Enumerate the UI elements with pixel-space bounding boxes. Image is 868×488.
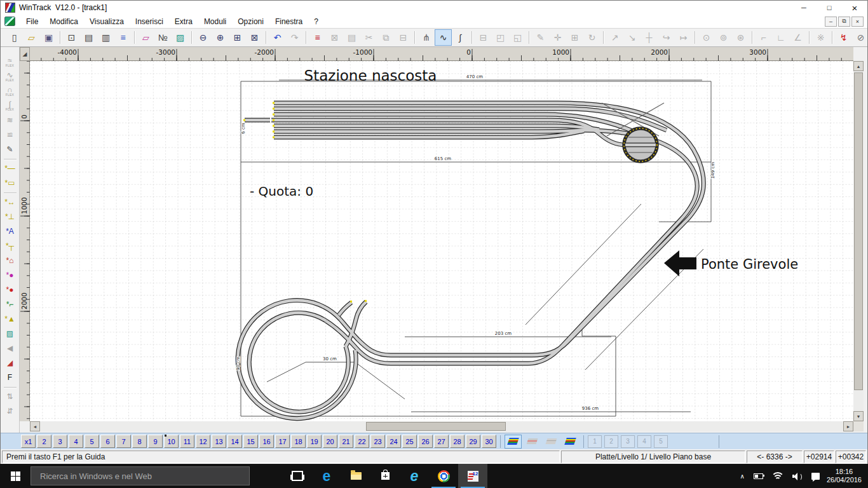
turntable[interactable] [624,128,657,161]
task-view-button[interactable] [283,464,312,488]
sheet-tab-23[interactable]: 23 [370,435,385,448]
mdi-restore-button[interactable]: ⧉ [838,17,850,27]
wifi-icon[interactable] [772,472,783,480]
menu-item-finestra[interactable]: Finestra [269,16,308,27]
insert-figure-icon[interactable]: *● [2,268,18,283]
print-pages-icon[interactable]: ▥ [97,29,114,46]
numbering-icon[interactable]: № [154,29,172,46]
menu-item-opzioni[interactable]: Opzioni [232,16,269,27]
electric-icon[interactable]: ↯ [835,29,852,46]
sheet-tab-17[interactable]: 17 [275,435,290,448]
print-preview-icon[interactable]: ⊡ [63,29,80,46]
minimize-button[interactable]: ─ [791,1,817,15]
sheet-tab-16[interactable]: 16 [259,435,274,448]
sheet-tab-14[interactable]: 14 [227,435,242,448]
open-file-icon[interactable]: ▱ [23,29,40,46]
taskbar-wintrack[interactable]: 12 [458,464,487,488]
sheet-tab-28[interactable]: 28 [450,435,465,448]
curved-track-icon[interactable]: ∿ [435,29,452,46]
taskbar-search-box[interactable]: Ricerca in Windows e nel Web [31,466,250,485]
taskbar-clock[interactable]: 18:16 26/04/2016 [827,468,862,484]
menu-item-modifica[interactable]: Modifica [44,16,84,27]
vertical-scrollbar[interactable]: ▲ ▼ [853,61,864,421]
mdi-close-button[interactable]: × [851,17,864,27]
sheet-tab-x1[interactable]: x1 [21,435,36,448]
sheet-tab-18[interactable]: 18 [291,435,306,448]
sheet-tab-3[interactable]: 3 [53,435,67,448]
flex-track-icon[interactable]: ∫ [452,29,469,46]
sheet-tab-19[interactable]: 19 [307,435,322,448]
zoom-out-icon[interactable]: ⊖ [194,29,212,46]
menu-item-moduli[interactable]: Moduli [198,16,232,27]
horizontal-scroll-thumb[interactable] [366,422,506,431]
vertical-scroll-thumb[interactable] [854,72,863,390]
maximize-button[interactable]: □ [817,1,842,15]
insert-area-icon[interactable]: *▭ [2,176,18,191]
sheet-tab-21[interactable]: 21 [339,435,353,448]
draw-tool-icon[interactable]: ✎ [2,142,18,157]
start-button[interactable] [0,464,31,488]
sheet-tab-4[interactable]: 4 [69,435,83,448]
sheet-tab-10[interactable]: 10 [164,435,179,448]
track-list-icon[interactable]: ≡ [309,29,326,46]
menu-item-extra[interactable]: Extra [169,16,198,27]
insert-height-icon[interactable]: *┬ [2,239,18,254]
sheet-tab-20[interactable]: 20 [323,435,337,448]
battery-icon[interactable] [754,473,763,479]
sheet-tab-11[interactable]: 11 [180,435,194,448]
menu-item-help[interactable]: ? [308,16,324,27]
sheet-tab-29[interactable]: 29 [466,435,480,448]
scroll-left-button[interactable]: ◄ [30,421,40,431]
sheet-tab-30[interactable]: 30 [482,435,496,448]
print-icon[interactable]: ▤ [80,29,97,46]
wintrack-app-icon[interactable] [5,3,15,13]
sheet-tab-25[interactable]: 25 [402,435,417,448]
layers-help-icon[interactable]: ? [562,435,579,449]
insert-image-icon[interactable]: ▨ [2,327,18,341]
insert-signal-icon[interactable]: *● [2,283,18,297]
scroll-down-button[interactable]: ▼ [853,411,864,421]
undo-icon[interactable]: ↶ [269,29,286,46]
sheet-tab-8[interactable]: 8 [132,435,147,448]
insert-route-icon[interactable]: *⌐ [2,297,18,312]
bridge-icon[interactable]: ◢ [2,356,18,370]
layers-visible-icon[interactable] [505,435,522,449]
insert-width-icon[interactable]: *↔ [2,195,18,210]
scroll-up-button[interactable]: ▲ [853,61,864,71]
insert-terrain-icon[interactable]: *▲ [2,312,18,327]
save-file-icon[interactable]: ▣ [40,29,57,46]
close-button[interactable]: × [842,1,867,15]
menu-item-inserisci[interactable]: Inserisci [130,16,169,27]
import-icon[interactable]: ▱ [137,29,154,46]
sheet-tab-5[interactable]: 5 [85,435,99,448]
sheet-tab-2[interactable]: 2 [37,435,51,448]
action-center-icon[interactable] [811,473,820,480]
taskbar-edge[interactable]: e [312,464,341,488]
sheet-tab-13[interactable]: 13 [212,435,226,448]
zoom-fit-icon[interactable]: ⊠ [246,29,263,46]
insert-level-icon[interactable]: *⊥ [2,210,18,224]
sheet-tab-12[interactable]: 12 [196,435,210,448]
sheet-tab-27[interactable]: 27 [434,435,449,448]
sheet-tab-22[interactable]: 22 [355,435,369,448]
background-image-icon[interactable]: ▨ [172,29,189,46]
ruler-corner-button[interactable]: ◢ [20,47,30,61]
zoom-in-icon[interactable]: ⊕ [212,29,229,46]
track-plan-canvas[interactable]: Stazione nascosta - Quota: 0 Ponte Girev… [30,61,853,421]
menu-item-visualizza[interactable]: Visualizza [84,16,130,27]
new-file-icon[interactable]: ▯ [6,29,23,46]
sheet-tab-15[interactable]: 15 [243,435,258,448]
tray-chevron-icon[interactable]: ∧ [740,473,745,480]
taskbar-chrome[interactable] [429,464,458,488]
sheet-tab-24[interactable]: 24 [386,435,401,448]
catenary-icon[interactable]: ⊘ [852,29,868,46]
sheet-tab-9[interactable]: 9 [148,435,163,448]
insert-dimension-icon[interactable]: *— [2,161,18,176]
switch-track-icon[interactable]: ⋔ [417,29,435,46]
horizontal-scrollbar[interactable]: ◄ ► [30,421,853,431]
sheet-tab-6[interactable]: 6 [100,435,115,448]
menu-item-file[interactable]: File [20,16,44,27]
document-icon[interactable] [4,17,15,26]
profile-icon[interactable]: F [2,370,18,385]
mdi-minimize-button[interactable]: – [825,17,837,27]
